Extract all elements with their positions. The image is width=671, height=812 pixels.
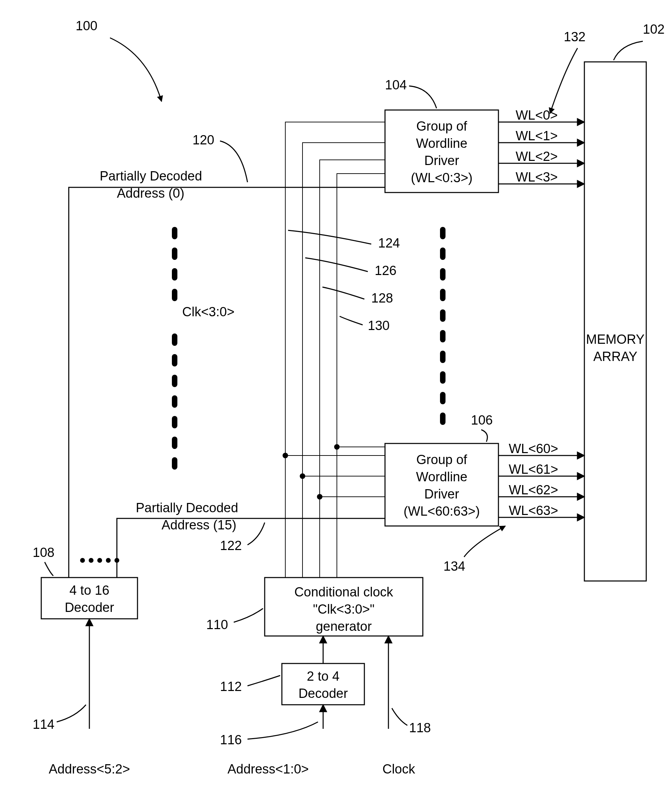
ref-128-arrow [322,287,364,299]
decoder24-l2: Decoder [298,686,348,701]
ref-108: 108 [32,545,54,560]
ref-132-arrow [550,48,577,114]
svg-rect-11 [172,375,177,387]
ref-132: 132 [564,29,586,44]
ref-134-arrow [464,526,505,557]
vdots-right [440,227,446,425]
svg-rect-17 [440,247,446,260]
pda15-l2: Address (15) [162,518,237,532]
svg-rect-22 [440,351,446,363]
svg-point-4 [114,558,119,563]
svg-rect-24 [440,392,446,404]
decoder416-l2: Decoder [65,600,114,615]
wl1-label: WL<1> [516,129,558,143]
clock-label: Clock [382,762,415,776]
ref-116: 116 [220,733,242,747]
svg-point-2 [97,558,102,563]
ref-122-arrow [247,523,265,545]
decoder24-l1: 2 to 4 [307,669,339,683]
ref-130-arrow [340,316,363,325]
svg-rect-15 [172,457,177,470]
wl-top-l3: Driver [424,153,459,168]
svg-rect-19 [440,289,446,301]
pda0-l2: Address (0) [117,186,184,201]
clk-wire-128 [320,160,385,577]
ref-102: 102 [643,22,664,36]
svg-rect-16 [440,227,446,239]
ref-104-arrow [409,86,436,108]
ref-100: 100 [76,19,97,33]
svg-rect-14 [172,437,177,449]
ref-134: 134 [443,559,465,574]
ref-100-arrow [110,38,162,101]
ref-102-arrow [613,41,643,60]
svg-rect-8 [172,289,177,301]
ref-108-arrow [45,562,53,576]
ref-126: 126 [375,263,396,278]
wl62-label: WL<62> [509,483,558,497]
svg-rect-10 [172,354,177,366]
pda15-wire [117,518,385,577]
ref-112-arrow [247,676,280,686]
addr10-label: Address<1:0> [228,762,309,776]
svg-point-1 [89,558,94,563]
ref-130: 130 [368,318,390,333]
ref-116-arrow [247,722,318,739]
ref-118: 118 [409,720,431,735]
wl-top-l1: Group of [416,119,467,133]
pda15-l1: Partially Decoded [136,500,238,515]
ref-110: 110 [206,618,228,632]
clk-wire-124 [285,122,385,577]
clkgen-l1: Conditional clock [294,585,393,599]
decoder416-l1: 4 to 16 [70,583,109,598]
ref-124-arrow [288,230,371,244]
svg-rect-18 [440,268,446,281]
wl3-label: WL<3> [516,170,558,184]
svg-rect-25 [440,412,446,425]
ref-118-arrow [392,708,407,725]
wl-bot-l4: (WL<60:63>) [404,504,480,518]
svg-rect-21 [440,330,446,342]
wl60-label: WL<60> [509,441,558,456]
vdots-left [172,227,177,470]
ref-114: 114 [32,717,54,732]
svg-rect-7 [172,268,177,281]
svg-point-3 [106,558,111,563]
dot-130 [334,444,340,449]
wl-bot-l1: Group of [416,453,467,467]
ref-124: 124 [378,236,400,250]
clk30-label: Clk<3:0> [182,305,235,319]
svg-rect-13 [172,416,177,428]
ref-120-arrow [220,141,247,182]
ref-128: 128 [371,291,393,305]
ref-120: 120 [192,133,214,147]
wl2-label: WL<2> [516,149,558,163]
clkgen-l2: "Clk<3:0>" [313,602,374,616]
ref-112: 112 [220,679,242,694]
svg-rect-20 [440,310,446,322]
ref-106-arrow [481,430,487,442]
memory-array-box [584,62,646,581]
wl-top-l4: (WL<0:3>) [411,170,473,185]
svg-rect-23 [440,371,446,384]
pda0-l1: Partially Decoded [100,169,202,183]
svg-rect-6 [172,247,177,260]
wl63-label: WL<63> [509,503,558,518]
decoder-out-dots [80,558,119,563]
ref-106: 106 [471,413,492,427]
svg-point-0 [80,558,85,563]
wl-bot-l2: Wordline [416,470,467,484]
clk-wire-130 [337,174,385,577]
ref-104: 104 [385,78,407,92]
ref-122: 122 [220,538,242,553]
clkgen-l3: generator [316,619,372,633]
ref-110-arrow [234,608,263,622]
svg-rect-5 [172,227,177,239]
dot-128 [317,494,322,499]
dot-126 [300,473,305,479]
addr52-label: Address<5:2> [49,762,130,776]
dot-124 [283,453,288,458]
svg-rect-9 [172,334,177,346]
clk-wire-126 [303,143,385,577]
wl61-label: WL<61> [509,462,558,477]
